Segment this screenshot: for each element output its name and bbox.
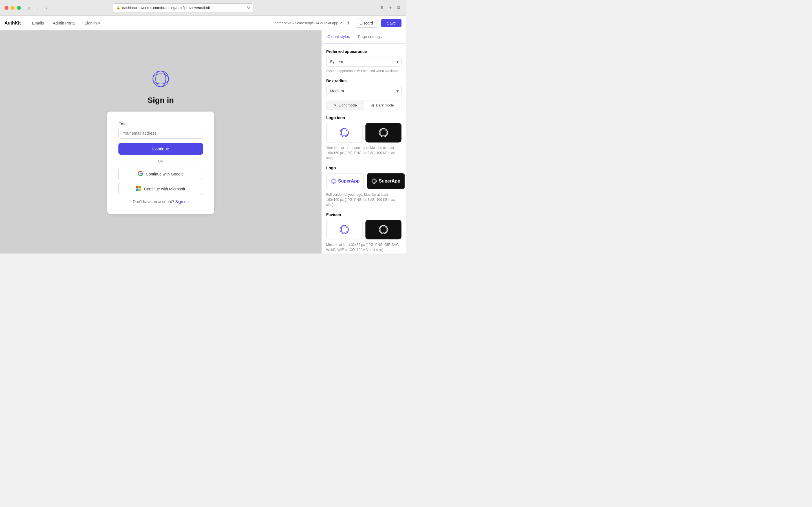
right-panel: Global styles Page settings Preferred ap… [321, 31, 406, 253]
theme-toggle-icon[interactable]: ☀ [345, 19, 352, 27]
logo-light[interactable]: SuperApp [326, 173, 364, 189]
favicon-grid [326, 220, 402, 239]
discard-button[interactable]: Discard [355, 18, 378, 27]
tab-emails[interactable]: Emails [28, 18, 49, 27]
svg-point-2 [153, 74, 168, 84]
logo-icon-label: Logo icon [326, 115, 402, 120]
microsoft-btn-label: Continue with Microsoft [144, 187, 185, 191]
browser-chrome: ⊞ ‹ › 🔒 dashboard.workos.com/branding/ed… [0, 0, 406, 16]
address-bar[interactable]: 🔒 dashboard.workos.com/branding/edit?pre… [113, 3, 254, 12]
appearance-label: Preferred appearance [326, 49, 402, 54]
appearance-select-wrapper: System Light Dark ▾ [326, 57, 402, 67]
google-btn-label: Continue with Google [146, 172, 184, 176]
svg-point-18 [372, 180, 377, 183]
save-button[interactable]: Save [381, 19, 402, 27]
signup-link[interactable]: Sign up [175, 200, 189, 204]
minimize-button[interactable] [11, 6, 15, 10]
signup-text: Don't have an account? Sign up [118, 200, 203, 204]
signin-card: Email Continue OR [107, 112, 214, 214]
logo-icon-hint: Your logo at 1:1 aspect ratio. Must be a… [326, 145, 402, 161]
divider-left [118, 161, 154, 161]
logo-label: Logo [326, 166, 402, 170]
radius-select[interactable]: Small Medium Large [326, 86, 402, 96]
svg-point-9 [340, 130, 349, 135]
lock-icon: 🔒 [116, 6, 120, 10]
mode-toggle: ☀ Light mode ◑ Dark mode [326, 101, 402, 110]
svg-rect-3 [136, 186, 139, 188]
favicon-light[interactable] [326, 220, 363, 239]
logo-icon-dark[interactable] [365, 123, 402, 143]
light-mode-button[interactable]: ☀ Light mode [326, 101, 364, 110]
appearance-group: Preferred appearance System Light Dark ▾… [326, 49, 402, 73]
moon-icon: ◑ [371, 103, 374, 107]
forward-button[interactable]: › [44, 4, 49, 11]
signin-title: Sign in [147, 96, 174, 105]
divider-right [167, 161, 203, 161]
svg-point-20 [342, 225, 347, 234]
panel-tabs: Global styles Page settings [322, 31, 406, 44]
or-text: OR [158, 159, 163, 163]
email-input[interactable] [118, 128, 203, 138]
app-logo: AuthKit [4, 20, 26, 25]
microsoft-icon [136, 186, 141, 192]
svg-rect-6 [139, 189, 142, 191]
new-tab-icon[interactable]: ＋ [387, 4, 394, 12]
signin-container: Sign in Email Continue OR [107, 70, 214, 214]
panel-content: Preferred appearance System Light Dark ▾… [322, 44, 406, 253]
continue-button[interactable]: Continue [118, 143, 203, 155]
svg-point-19 [340, 225, 349, 234]
google-signin-button[interactable]: Continue with Google [118, 168, 203, 180]
tab-sign-in[interactable]: Sign-in ▾ [80, 18, 105, 27]
chevron-down-icon: ▾ [98, 21, 100, 25]
favicon-hint: Must be at least 32x32 px (JPG, PNG, GIF… [326, 242, 402, 252]
logo-icon-light[interactable] [326, 123, 363, 143]
back-button[interactable]: ‹ [36, 4, 40, 11]
svg-point-21 [340, 227, 349, 232]
favicon-dark[interactable] [365, 220, 402, 239]
tab-admin-portal[interactable]: Admin Portal [49, 18, 80, 27]
svg-rect-5 [136, 189, 139, 191]
radius-label: Box radius [326, 78, 402, 83]
svg-point-14 [332, 179, 335, 184]
appearance-hint: System appearance will be used when avai… [326, 68, 402, 73]
svg-point-16 [372, 179, 377, 184]
email-label: Email [118, 122, 203, 126]
svg-point-0 [153, 71, 168, 87]
browser-actions: ⬆ ＋ ⧉ [379, 4, 402, 12]
logo-dark[interactable]: SuperApp [367, 173, 405, 189]
svg-point-12 [379, 130, 388, 135]
external-link-icon: ↗ [340, 21, 342, 25]
svg-point-10 [379, 128, 388, 137]
maximize-button[interactable] [17, 6, 21, 10]
share-icon[interactable]: ⬆ [379, 4, 385, 12]
main-layout: Sign in Email Continue OR [0, 31, 406, 253]
close-button[interactable] [4, 6, 8, 10]
dark-mode-button[interactable]: ◑ Dark mode [364, 101, 402, 110]
reload-icon: ↻ [247, 6, 250, 10]
tab-global-styles[interactable]: Global styles [326, 31, 351, 43]
tabs-icon[interactable]: ⧉ [396, 4, 402, 12]
app-header: AuthKit Emails Admin Portal Sign-in ▾ pe… [0, 16, 406, 31]
sidebar-toggle[interactable]: ⊞ [24, 4, 32, 11]
traffic-lights [4, 6, 21, 10]
svg-point-11 [380, 128, 386, 137]
sun-icon: ☀ [334, 103, 337, 107]
logo-grid: SuperApp SuperApp [326, 173, 402, 189]
favicon-label: Favicon [326, 212, 402, 217]
app-url-link[interactable]: perceptive-kaleidoscope-14.authkit.app ↗ [274, 21, 342, 25]
svg-point-8 [342, 128, 347, 137]
microsoft-signin-button[interactable]: Continue with Microsoft [118, 183, 203, 195]
brand-logo [152, 70, 170, 89]
svg-point-15 [331, 180, 336, 183]
tab-page-settings[interactable]: Page settings [357, 31, 383, 43]
svg-point-23 [380, 225, 386, 234]
appearance-select[interactable]: System Light Dark [326, 57, 402, 67]
svg-point-17 [373, 179, 376, 184]
svg-point-22 [379, 225, 388, 234]
radius-group: Box radius Small Medium Large ▾ [326, 78, 402, 96]
logo-icon-grid [326, 123, 402, 143]
url-text: dashboard.workos.com/branding/edit?previ… [122, 6, 210, 10]
logo-hint: Full version of your logo. Must be at le… [326, 192, 402, 207]
radius-select-wrapper: Small Medium Large ▾ [326, 86, 402, 96]
header-right: perceptive-kaleidoscope-14.authkit.app ↗… [274, 18, 402, 27]
